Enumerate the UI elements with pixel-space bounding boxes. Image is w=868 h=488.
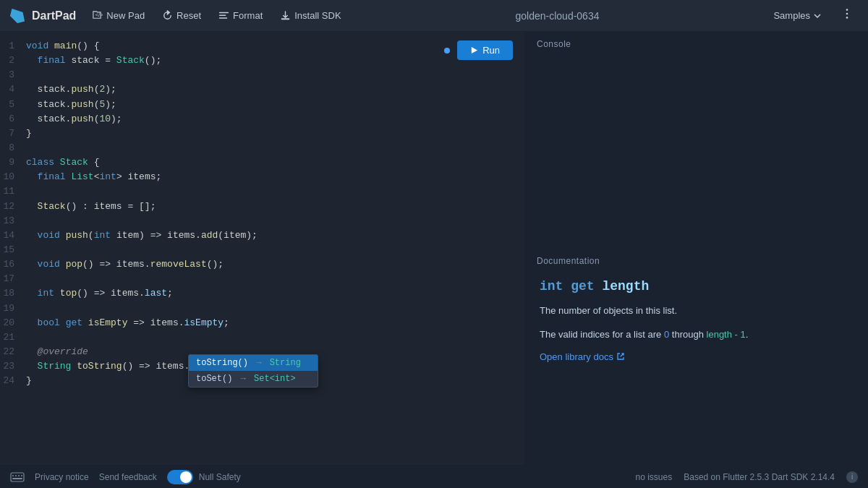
code-token: ); <box>105 84 116 95</box>
line-number: 17 <box>0 272 26 286</box>
line-content: class Stack { <box>26 155 524 170</box>
code-token <box>26 288 38 299</box>
code-token: push <box>71 99 93 110</box>
new-pad-label: New Pad <box>106 10 145 21</box>
chevron-down-icon <box>813 12 822 20</box>
line-content <box>26 330 524 345</box>
svg-rect-5 <box>281 18 289 20</box>
line-number: 7 <box>0 127 26 141</box>
null-safety-toggle-area: Null Safety <box>167 470 241 484</box>
doc-content: int get length The number of objects in … <box>525 270 868 374</box>
more-options-button[interactable] <box>835 3 859 28</box>
code-line: 12 Stack() : items = []; <box>0 200 524 214</box>
code-token: bool <box>38 317 60 328</box>
code-token: stack. <box>26 84 71 95</box>
code-token: () => items. <box>82 259 150 270</box>
dart-logo-icon <box>9 7 26 25</box>
code-token: class <box>26 157 54 168</box>
editor-pane: Run 1void main() {2 final stack = Stack(… <box>0 32 524 465</box>
line-content <box>26 301 524 316</box>
line-number: 21 <box>0 330 26 345</box>
line-number: 22 <box>0 345 26 359</box>
code-token: ); <box>105 99 116 110</box>
autocomplete-item[interactable]: toString() → String <box>189 355 318 371</box>
code-editor[interactable]: 1void main() {2 final stack = Stack();34… <box>0 32 524 465</box>
play-icon <box>470 46 478 54</box>
code-token: @override <box>26 346 88 357</box>
install-sdk-label: Install SDK <box>294 10 341 21</box>
new-pad-button[interactable]: </> New Pad <box>85 6 152 25</box>
install-sdk-icon <box>280 10 291 21</box>
line-number: 11 <box>0 184 26 199</box>
external-link-icon <box>616 352 625 361</box>
code-token: void <box>38 230 60 241</box>
line-number: 18 <box>0 286 26 301</box>
run-button[interactable]: Run <box>457 40 513 60</box>
line-number: 16 <box>0 257 26 272</box>
info-icon[interactable]: i <box>846 471 858 483</box>
code-line: 17 <box>0 272 524 286</box>
format-icon <box>218 10 229 21</box>
svg-marker-9 <box>472 47 477 53</box>
autocomplete-item[interactable]: toSet() → Set<int> <box>189 371 318 387</box>
line-content <box>26 272 524 286</box>
autocomplete-popup[interactable]: toString() → StringtoSet() → Set<int> <box>188 354 318 388</box>
code-line: 20 bool get isEmpty => items.isEmpty; <box>0 316 524 330</box>
code-token: int <box>99 171 116 182</box>
right-panel: Console Documentation int get length The… <box>524 32 868 465</box>
line-number: 9 <box>0 155 26 170</box>
send-feedback-link[interactable]: Send feedback <box>99 472 157 482</box>
code-token: toString <box>77 361 122 372</box>
code-line: 15 <box>0 243 524 257</box>
reset-button[interactable]: Reset <box>155 6 208 25</box>
install-sdk-button[interactable]: Install SDK <box>273 6 348 25</box>
svg-rect-3 <box>219 15 226 16</box>
toggle-knob <box>180 471 192 483</box>
open-library-docs-link[interactable]: Open library docs <box>540 351 854 362</box>
code-token <box>26 171 38 182</box>
code-token: ; <box>167 288 173 299</box>
code-token: () => items. <box>77 288 145 299</box>
format-button[interactable]: Format <box>211 6 270 25</box>
format-label: Format <box>233 10 263 21</box>
code-token: void <box>26 40 48 51</box>
code-token: ( <box>88 230 94 241</box>
line-number: 23 <box>0 359 26 374</box>
svg-point-8 <box>846 17 848 19</box>
code-line: 10 final List<int> items; <box>0 170 524 184</box>
console-pane: Console <box>525 32 868 249</box>
line-content: int top() => items.last; <box>26 286 524 301</box>
null-safety-toggle[interactable] <box>167 470 193 484</box>
code-token: push <box>71 114 93 124</box>
line-content: bool get isEmpty => items.isEmpty; <box>26 316 524 330</box>
line-number: 20 <box>0 316 26 330</box>
issues-status: no issues <box>636 472 673 482</box>
new-pad-icon: </> <box>92 10 103 21</box>
code-token: (); <box>145 55 161 66</box>
code-token: void <box>38 259 60 270</box>
code-line: 5 stack.push(5); <box>0 98 524 112</box>
more-vertical-icon <box>841 7 854 20</box>
code-token: final <box>38 55 66 66</box>
code-line: 9class Stack { <box>0 155 524 170</box>
code-line: 19 <box>0 301 524 316</box>
sdk-info: Based on Flutter 2.5.3 Dart SDK 2.14.4 <box>684 472 835 482</box>
code-line: 13 <box>0 214 524 228</box>
line-content <box>26 214 524 228</box>
privacy-notice-link[interactable]: Privacy notice <box>35 472 89 482</box>
code-token <box>54 288 60 299</box>
code-token: } <box>26 375 32 386</box>
code-token: add <box>201 230 218 241</box>
code-token: List <box>71 171 93 182</box>
autocomplete-type: String <box>270 358 301 368</box>
code-token: Stack <box>116 55 145 66</box>
svg-rect-4 <box>219 17 227 18</box>
code-token: (item); <box>218 230 258 241</box>
line-number: 6 <box>0 112 26 127</box>
samples-button[interactable]: Samples <box>766 6 829 25</box>
code-token <box>26 201 38 212</box>
code-token: stack = <box>66 55 116 66</box>
bottombar-right: no issues Based on Flutter 2.5.3 Dart SD… <box>636 471 858 483</box>
keyboard-icon[interactable] <box>10 472 25 482</box>
run-label: Run <box>482 45 500 56</box>
